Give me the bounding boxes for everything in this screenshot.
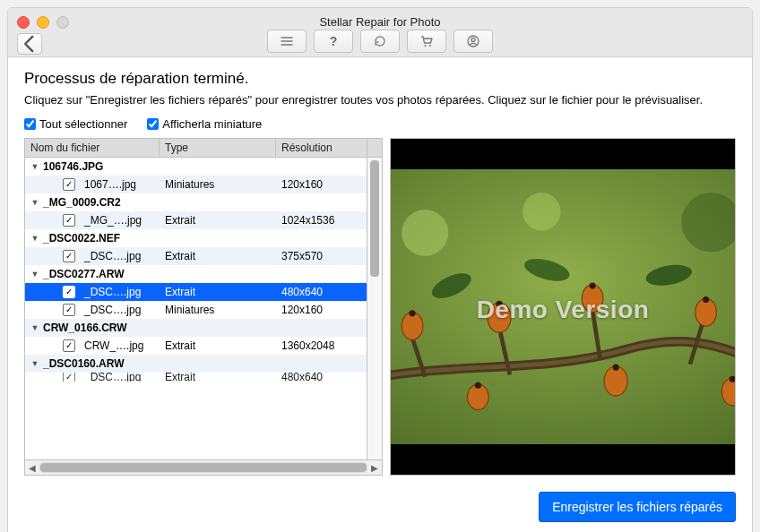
chevron-left-icon bbox=[18, 32, 41, 56]
table-parent-row[interactable]: ▼106746.JPG bbox=[25, 158, 367, 176]
cell-name: ✓1067….jpg bbox=[25, 178, 160, 191]
cell-name: ✓_DSC….jpg bbox=[25, 286, 160, 298]
cell-resolution: 1024x1536 bbox=[276, 214, 367, 227]
cell-type: Extrait bbox=[160, 339, 276, 352]
cell-resolution: 120x160 bbox=[276, 304, 367, 316]
table-row[interactable]: ✓_DSC….jpgExtrait480x640 bbox=[25, 373, 367, 382]
cell-name: ▼106746.JPG bbox=[25, 160, 160, 173]
disclosure-triangle-icon[interactable]: ▼ bbox=[30, 162, 39, 171]
select-all-checkbox[interactable]: Tout sélectionner bbox=[24, 117, 127, 131]
select-all-label: Tout sélectionner bbox=[39, 117, 127, 131]
table-parent-row[interactable]: ▼_DSC0022.NEF bbox=[25, 229, 367, 247]
show-thumb-checkbox[interactable]: Afficherla miniature bbox=[147, 117, 262, 131]
toolbar-list-button[interactable] bbox=[267, 30, 307, 53]
table-row[interactable]: ✓1067….jpgMiniatures120x160 bbox=[25, 176, 367, 193]
cell-type: Extrait bbox=[160, 250, 276, 262]
select-all-input[interactable] bbox=[24, 118, 36, 130]
disclosure-triangle-icon[interactable]: ▼ bbox=[30, 270, 39, 279]
cell-resolution: 375x570 bbox=[276, 250, 367, 262]
file-name: _MG_….jpg bbox=[84, 214, 142, 227]
cell-name: ▼_DSC0022.NEF bbox=[25, 232, 160, 245]
row-checkbox[interactable]: ✓ bbox=[63, 178, 75, 191]
column-header-name[interactable]: Nom du fichier bbox=[25, 140, 160, 156]
table-parent-row[interactable]: ▼_MG_0009.CR2 bbox=[25, 193, 367, 211]
hscroll-right-arrow[interactable]: ▶ bbox=[367, 463, 382, 473]
cell-name: ✓_DSC….jpg bbox=[25, 304, 160, 316]
table-parent-row[interactable]: ▼_DSC0277.ARW bbox=[25, 265, 367, 283]
row-checkbox[interactable]: ✓ bbox=[63, 286, 75, 298]
file-name: _DSC0160.ARW bbox=[43, 357, 124, 370]
column-header-type[interactable]: Type bbox=[160, 140, 276, 156]
refresh-icon bbox=[373, 34, 387, 48]
row-checkbox[interactable]: ✓ bbox=[63, 250, 75, 262]
file-name: _DSC….jpg bbox=[84, 250, 141, 262]
cell-name: ✓_DSC….jpg bbox=[25, 373, 160, 382]
row-checkbox[interactable]: ✓ bbox=[63, 339, 75, 352]
row-checkbox[interactable]: ✓ bbox=[63, 373, 75, 382]
vertical-scrollbar[interactable] bbox=[367, 158, 382, 459]
row-checkbox[interactable]: ✓ bbox=[63, 304, 75, 316]
table-parent-row[interactable]: ▼_DSC0160.ARW bbox=[25, 355, 367, 373]
app-window: Stellar Repair for Photo ? Processus de … bbox=[7, 7, 753, 532]
table-row[interactable]: ✓_DSC….jpgExtrait480x640 bbox=[25, 283, 367, 301]
cell-name: ✓CRW_….jpg bbox=[25, 339, 160, 352]
save-repaired-files-button[interactable]: Enregistrer les fichiers réparés bbox=[539, 492, 736, 522]
show-thumb-input[interactable] bbox=[147, 118, 159, 130]
svg-point-24 bbox=[475, 382, 481, 388]
back-button[interactable] bbox=[17, 33, 42, 55]
cell-type: Miniatures bbox=[160, 304, 276, 316]
file-name: CRW_….jpg bbox=[84, 339, 143, 352]
cell-name: ✓_MG_….jpg bbox=[25, 214, 160, 227]
svg-point-1 bbox=[429, 45, 431, 47]
toolbar: ? bbox=[267, 30, 493, 53]
disclosure-triangle-icon[interactable]: ▼ bbox=[30, 234, 39, 243]
toolbar-account-button[interactable] bbox=[453, 30, 493, 53]
svg-point-20 bbox=[590, 282, 596, 288]
file-name: 106746.JPG bbox=[43, 160, 103, 173]
row-checkbox[interactable]: ✓ bbox=[63, 214, 75, 227]
hscroll-thumb[interactable] bbox=[40, 463, 367, 472]
disclosure-triangle-icon[interactable]: ▼ bbox=[30, 323, 39, 332]
cell-name: ▼_MG_0009.CR2 bbox=[25, 196, 160, 209]
file-name: _DSC….jpg bbox=[84, 373, 141, 382]
user-icon bbox=[466, 34, 480, 48]
column-header-resolution[interactable]: Résolution bbox=[276, 140, 367, 156]
file-name: CRW_0166.CRW bbox=[43, 322, 127, 334]
cell-name: ▼CRW_0166.CRW bbox=[25, 322, 160, 334]
page-title: Processus de réparation terminé. bbox=[24, 70, 736, 88]
table-row[interactable]: ✓CRW_….jpgExtrait1360x2048 bbox=[25, 337, 367, 355]
table-header: Nom du fichier Type Résolution bbox=[25, 139, 382, 158]
table-row[interactable]: ✓_DSC….jpgExtrait375x570 bbox=[25, 247, 367, 265]
cell-resolution: 1360x2048 bbox=[276, 339, 367, 352]
disclosure-triangle-icon[interactable]: ▼ bbox=[30, 359, 39, 368]
hscroll-left-arrow[interactable]: ◀ bbox=[25, 463, 39, 473]
cell-name: ▼_DSC0277.ARW bbox=[25, 268, 160, 280]
svg-point-3 bbox=[471, 39, 475, 42]
cell-type: Extrait bbox=[160, 214, 276, 227]
hscroll-track[interactable] bbox=[39, 462, 367, 473]
toolbar-help-button[interactable]: ? bbox=[314, 30, 353, 53]
cell-type: Extrait bbox=[160, 286, 276, 298]
table-row[interactable]: ✓_MG_….jpgExtrait1024x1536 bbox=[25, 211, 367, 229]
disclosure-triangle-icon[interactable]: ▼ bbox=[30, 198, 39, 207]
file-name: _DSC….jpg bbox=[84, 286, 141, 298]
table-row[interactable]: ✓_DSC….jpgMiniatures120x160 bbox=[25, 301, 367, 319]
horizontal-scrollbar[interactable]: ◀ ▶ bbox=[25, 459, 382, 475]
cell-name: ▼_DSC0160.ARW bbox=[25, 357, 160, 370]
table-body: ▼106746.JPG✓1067….jpgMiniatures120x160▼_… bbox=[25, 158, 382, 459]
show-thumb-label: Afficherla miniature bbox=[162, 117, 262, 131]
svg-point-0 bbox=[425, 45, 427, 47]
file-name: _DSC….jpg bbox=[84, 304, 141, 316]
help-icon: ? bbox=[330, 34, 338, 48]
footer: Enregistrer les fichiers réparés bbox=[8, 476, 752, 532]
window-title: Stellar Repair for Photo bbox=[8, 15, 752, 29]
toolbar-cart-button[interactable] bbox=[407, 30, 446, 53]
table-parent-row[interactable]: ▼CRW_0166.CRW bbox=[25, 319, 367, 337]
file-name: _MG_0009.CR2 bbox=[43, 196, 121, 209]
list-icon bbox=[280, 34, 294, 48]
vertical-scroll-thumb[interactable] bbox=[370, 160, 379, 277]
cell-resolution: 480x640 bbox=[276, 286, 367, 298]
toolbar-refresh-button[interactable] bbox=[360, 30, 400, 53]
file-name: _DSC0277.ARW bbox=[43, 268, 124, 280]
file-name: _DSC0022.NEF bbox=[43, 232, 120, 245]
